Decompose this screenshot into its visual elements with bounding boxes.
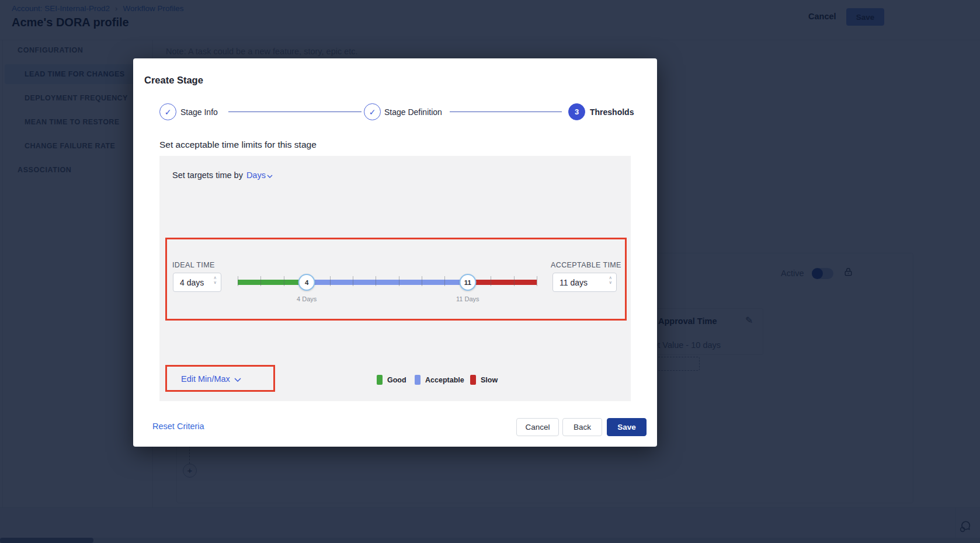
screen: Account: SEI-Internal-Prod2 › Workflow P… [0,0,980,543]
slow-swatch-icon [470,375,476,385]
step-2-check-circle: ✓ [364,103,381,120]
step-1-check-circle: ✓ [159,103,176,120]
set-targets-row: Set targets time by Days [172,170,273,180]
slider-tick [444,276,445,286]
modal-title: Create Stage [144,75,203,86]
legend-acceptable: Acceptable [415,375,464,385]
slider-tick [353,276,353,286]
spinner-icons[interactable]: ∧∨ [609,276,613,284]
reset-criteria-link[interactable]: Reset Criteria [152,422,204,431]
threshold-panel: Set targets time by Days IDEAL TIME 4 da… [159,156,631,401]
modal-back-button[interactable]: Back [562,418,602,436]
slider-tick [330,276,331,286]
set-targets-label: Set targets time by [172,170,243,180]
modal-cancel-button[interactable]: Cancel [516,418,559,436]
chevron-down-icon [234,374,241,384]
spinner-down-icon: ∨ [214,280,217,284]
slider-tick [376,276,376,286]
edit-minmax-dropdown[interactable]: Edit Min/Max [181,374,241,384]
ideal-time-label: IDEAL TIME [172,261,215,269]
create-stage-modal: Create Stage ✓ Stage Info ✓ Stage Defini… [133,58,657,447]
spinner-icons[interactable]: ∧∨ [214,276,217,284]
acceptable-slider-handle[interactable]: 11 [459,274,476,291]
slider-tick [491,276,491,286]
step-2-label[interactable]: Stage Definition [384,107,442,117]
slider-segment-good [238,280,307,285]
time-unit-dropdown[interactable]: Days [246,170,273,180]
legend-good: Good [377,375,406,385]
step-3-number-circle: 3 [568,103,585,120]
slider-segment-slow [468,280,537,285]
good-swatch-icon [377,375,383,385]
spinner-down-icon: ∨ [609,280,613,284]
slider-tick [399,276,399,286]
threshold-slider: 4 11 4 Days 11 Days [238,274,537,291]
slider-tick [514,276,515,286]
slider-tick [260,276,261,286]
acceptable-handle-caption: 11 Days [447,295,488,302]
slider-tick [238,276,238,286]
acceptable-swatch-icon [415,375,421,385]
modal-save-button[interactable]: Save [607,418,647,436]
section-heading: Set acceptable time limits for this stag… [159,140,317,150]
chevron-down-icon [267,170,273,180]
spinner-up-icon: ∧ [214,276,217,280]
slider-segment-acceptable [307,280,468,285]
slider-tick [284,276,284,286]
ideal-time-input[interactable]: 4 days ∧∨ [173,273,221,292]
legend-slow: Slow [470,375,498,385]
slider-tick [537,276,537,286]
step-connector-1 [228,112,362,112]
slider-track [238,280,537,285]
slider-tick [422,276,422,286]
step-3-label: Thresholds [590,107,634,117]
check-icon: ✓ [369,107,376,117]
step-1-label[interactable]: Stage Info [180,107,218,117]
check-icon: ✓ [165,107,172,117]
acceptable-time-label: ACCEPTABLE TIME [551,261,621,269]
ideal-slider-handle[interactable]: 4 [298,274,315,291]
spinner-up-icon: ∧ [609,276,613,280]
step-connector-2 [450,112,562,112]
ideal-handle-caption: 4 Days [286,295,327,302]
acceptable-time-input[interactable]: 11 days ∧∨ [552,273,617,292]
